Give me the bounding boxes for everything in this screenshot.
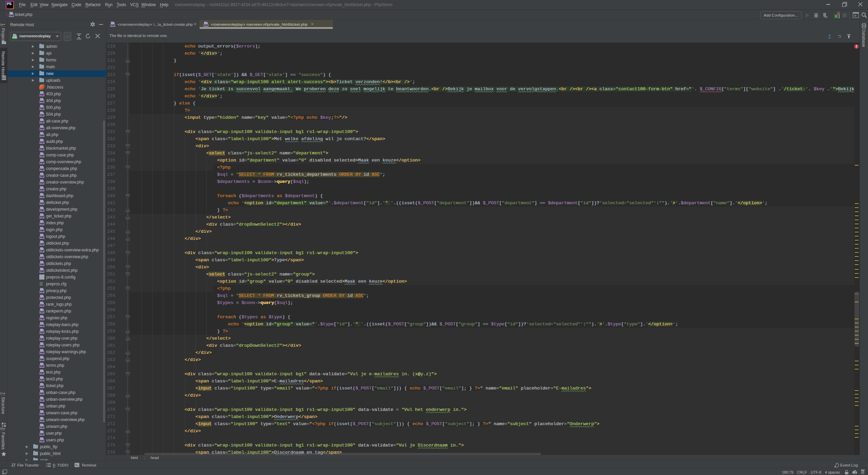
svg-text:?: ? xyxy=(854,471,856,474)
